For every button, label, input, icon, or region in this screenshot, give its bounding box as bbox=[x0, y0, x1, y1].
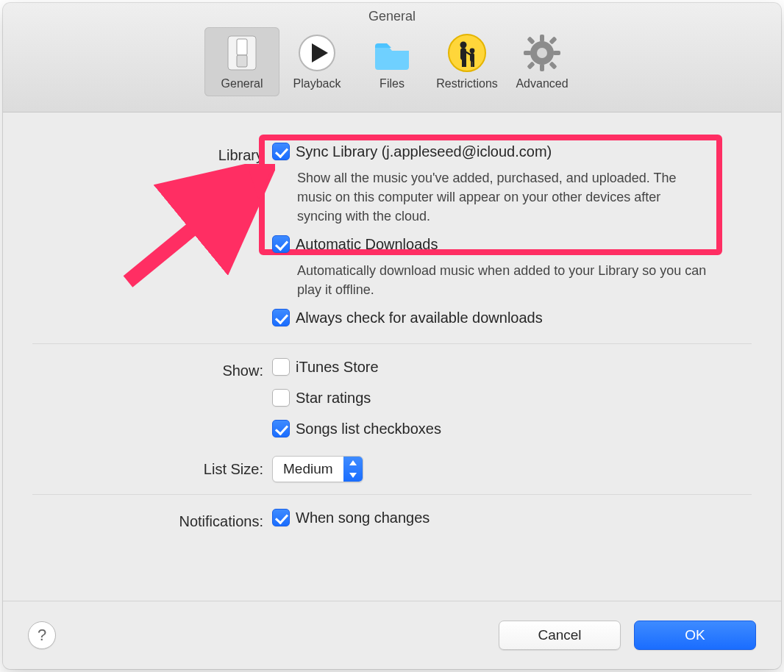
svg-rect-20 bbox=[549, 61, 557, 69]
switch-icon bbox=[221, 32, 263, 74]
window-title: General bbox=[368, 3, 416, 24]
svg-rect-1 bbox=[237, 39, 247, 55]
tab-restrictions[interactable]: Restrictions bbox=[430, 27, 505, 96]
stepper-icon bbox=[343, 457, 363, 482]
checkbox-sync-library[interactable] bbox=[272, 143, 290, 160]
tab-general[interactable]: General bbox=[204, 27, 279, 96]
tab-label: Advanced bbox=[516, 77, 568, 90]
tab-label: Files bbox=[379, 77, 405, 90]
ok-button[interactable]: OK bbox=[634, 621, 756, 650]
section-label-list-size: List Size: bbox=[3, 461, 272, 478]
svg-rect-15 bbox=[540, 35, 544, 42]
sync-library-description: Show all the music you've added, purchas… bbox=[297, 168, 709, 226]
folder-icon bbox=[371, 32, 413, 74]
svg-rect-2 bbox=[237, 55, 247, 67]
tab-advanced[interactable]: Advanced bbox=[505, 27, 580, 96]
svg-rect-9 bbox=[464, 58, 466, 67]
button-label: Cancel bbox=[538, 627, 581, 643]
divider bbox=[32, 494, 752, 495]
content-pane: Library Sync Library (j.appleseed@icloud… bbox=[3, 112, 781, 601]
section-label-notifications: Notifications: bbox=[3, 513, 272, 530]
button-label: OK bbox=[685, 627, 705, 643]
svg-point-10 bbox=[470, 49, 475, 54]
tab-label: Playback bbox=[293, 77, 341, 90]
tab-playback[interactable]: Playback bbox=[279, 27, 354, 96]
toolbar: General General bbox=[3, 3, 781, 112]
divider bbox=[32, 343, 752, 344]
checkbox-itunes-store[interactable] bbox=[272, 358, 290, 376]
toolbar-tabs: General Playback Files bbox=[204, 27, 580, 96]
svg-rect-19 bbox=[527, 36, 535, 44]
select-value: Medium bbox=[273, 457, 343, 482]
tab-label: Restrictions bbox=[436, 77, 498, 90]
help-button[interactable]: ? bbox=[28, 621, 56, 649]
svg-marker-27 bbox=[349, 460, 357, 465]
checkbox-songs-list-checkboxes[interactable] bbox=[272, 420, 290, 437]
checkbox-label: When song changes bbox=[296, 510, 430, 526]
section-label-show: Show: bbox=[3, 362, 272, 379]
play-icon bbox=[296, 32, 338, 74]
svg-rect-12 bbox=[471, 60, 472, 67]
dialog-footer: ? Cancel OK bbox=[3, 601, 781, 669]
checkbox-label: Automatic Downloads bbox=[296, 236, 438, 253]
checkbox-label: Star ratings bbox=[296, 390, 371, 407]
svg-point-6 bbox=[460, 42, 467, 49]
preferences-window: General General bbox=[3, 3, 781, 669]
checkbox-label: Sync Library (j.appleseed@icloud.com) bbox=[296, 143, 552, 160]
svg-point-23 bbox=[537, 48, 547, 58]
cancel-button[interactable]: Cancel bbox=[499, 621, 621, 650]
checkbox-check-downloads[interactable] bbox=[272, 309, 290, 326]
svg-rect-16 bbox=[540, 64, 544, 71]
parental-icon bbox=[446, 32, 488, 74]
tab-files[interactable]: Files bbox=[354, 27, 430, 96]
gear-icon bbox=[521, 32, 563, 74]
checkbox-star-ratings[interactable] bbox=[272, 389, 290, 407]
svg-rect-22 bbox=[527, 61, 535, 69]
select-list-size[interactable]: Medium bbox=[272, 456, 363, 482]
svg-rect-18 bbox=[553, 51, 560, 55]
checkbox-label: iTunes Store bbox=[296, 359, 379, 376]
svg-rect-8 bbox=[462, 58, 464, 67]
checkbox-automatic-downloads[interactable] bbox=[272, 235, 290, 253]
tab-label: General bbox=[221, 77, 263, 90]
checkbox-label: Songs list checkboxes bbox=[296, 421, 441, 437]
checkbox-when-song-changes[interactable] bbox=[272, 509, 290, 526]
checkbox-label: Always check for available downloads bbox=[296, 310, 543, 326]
svg-rect-17 bbox=[524, 51, 531, 55]
svg-marker-28 bbox=[349, 473, 357, 478]
svg-rect-21 bbox=[549, 36, 557, 44]
svg-rect-13 bbox=[473, 60, 474, 67]
automatic-downloads-description: Automatically download music when added … bbox=[297, 261, 709, 299]
help-icon: ? bbox=[38, 626, 46, 645]
section-label-library: Library bbox=[3, 147, 272, 164]
